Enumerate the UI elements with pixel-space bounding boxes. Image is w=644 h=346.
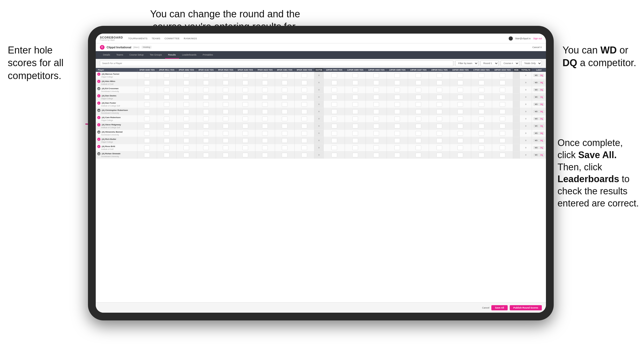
score-input-3-7[interactable] <box>262 95 268 99</box>
score-input-10-7[interactable] <box>262 145 268 150</box>
hole-2-input-cell[interactable] <box>157 130 176 137</box>
hole-14-input-cell[interactable] <box>408 137 429 144</box>
score-input-8-4[interactable] <box>203 131 209 136</box>
score-input-8-13[interactable] <box>394 131 400 136</box>
score-input-11-5[interactable] <box>223 153 228 157</box>
score-input-4-3[interactable] <box>183 102 189 107</box>
hole-9-input-cell[interactable] <box>294 137 314 144</box>
score-input-11-13[interactable] <box>394 153 400 157</box>
totals-toggle[interactable]: Totals Only All Holes <box>521 60 542 66</box>
hole-17-input-cell[interactable] <box>471 79 492 86</box>
hole-6-input-cell[interactable] <box>235 130 255 137</box>
hole-11-input-cell[interactable] <box>345 115 366 122</box>
hole-16-input-cell[interactable] <box>450 130 471 137</box>
score-input-10-16[interactable] <box>457 145 463 150</box>
score-input-9-7[interactable] <box>262 138 268 143</box>
hole-17-input-cell[interactable] <box>471 115 492 122</box>
hole-3-input-cell[interactable] <box>176 108 196 115</box>
hole-16-input-cell[interactable] <box>450 86 471 94</box>
score-input-3-15[interactable] <box>436 95 442 99</box>
hole-18-input-cell[interactable] <box>492 137 513 144</box>
score-input-5-5[interactable] <box>223 109 228 114</box>
score-input-0-1[interactable] <box>144 73 150 78</box>
score-input-2-17[interactable] <box>479 88 484 92</box>
hole-4-input-cell[interactable] <box>196 86 216 94</box>
score-input-7-9[interactable] <box>301 124 307 128</box>
hole-3-input-cell[interactable] <box>176 137 196 144</box>
hole-3-input-cell[interactable] <box>176 122 196 130</box>
score-input-1-13[interactable] <box>394 80 400 85</box>
hole-8-input-cell[interactable] <box>275 151 294 159</box>
hole-10-input-cell[interactable] <box>324 137 345 144</box>
score-input-5-7[interactable] <box>262 109 268 114</box>
hole-6-input-cell[interactable] <box>235 79 255 86</box>
tab-course-setup[interactable]: Course Setup <box>126 51 147 59</box>
score-input-3-16[interactable] <box>457 95 463 99</box>
score-input-7-3[interactable] <box>183 124 189 128</box>
score-input-11-1[interactable] <box>144 153 150 157</box>
dq-button[interactable]: DQ <box>539 81 544 84</box>
score-input-8-15[interactable] <box>436 131 442 136</box>
score-input-8-8[interactable] <box>282 131 287 136</box>
score-input-6-7[interactable] <box>262 117 268 121</box>
hole-1-input-cell[interactable] <box>137 101 157 108</box>
score-input-10-17[interactable] <box>479 145 484 150</box>
hole-8-input-cell[interactable] <box>275 122 294 130</box>
hole-1-input-cell[interactable] <box>137 130 157 137</box>
score-input-1-2[interactable] <box>164 80 169 85</box>
hole-18-input-cell[interactable] <box>492 94 513 101</box>
hole-11-input-cell[interactable] <box>345 79 366 86</box>
hole-16-input-cell[interactable] <box>450 144 471 151</box>
hole-3-input-cell[interactable] <box>176 144 196 151</box>
hole-14-input-cell[interactable] <box>408 151 429 159</box>
hole-10-input-cell[interactable] <box>324 130 345 137</box>
score-input-5-15[interactable] <box>436 109 442 114</box>
hole-16-input-cell[interactable] <box>450 122 471 130</box>
hole-5-input-cell[interactable] <box>216 137 235 144</box>
hole-9-input-cell[interactable] <box>294 130 314 137</box>
hole-14-input-cell[interactable] <box>408 122 429 130</box>
hole-4-input-cell[interactable] <box>196 101 216 108</box>
score-input-7-13[interactable] <box>394 124 400 128</box>
score-input-6-11[interactable] <box>352 117 358 121</box>
hole-16-input-cell[interactable] <box>450 79 471 86</box>
hole-10-input-cell[interactable] <box>324 122 345 130</box>
dq-button[interactable]: DQ <box>539 125 544 127</box>
score-input-9-3[interactable] <box>183 138 189 143</box>
score-input-1-17[interactable] <box>479 80 484 85</box>
score-input-9-1[interactable] <box>144 138 150 143</box>
score-input-9-12[interactable] <box>373 138 379 143</box>
hole-15-input-cell[interactable] <box>429 108 450 115</box>
score-input-1-16[interactable] <box>457 80 463 85</box>
hole-16-input-cell[interactable] <box>450 115 471 122</box>
hole-15-input-cell[interactable] <box>429 144 450 151</box>
score-input-3-5[interactable] <box>223 95 228 99</box>
hole-17-input-cell[interactable] <box>471 94 492 101</box>
hole-11-input-cell[interactable] <box>345 130 366 137</box>
hole-14-input-cell[interactable] <box>408 94 429 101</box>
hole-13-input-cell[interactable] <box>387 130 408 137</box>
score-input-10-1[interactable] <box>144 145 150 150</box>
hole-13-input-cell[interactable] <box>387 79 408 86</box>
score-input-10-10[interactable] <box>331 145 337 150</box>
hole-9-input-cell[interactable] <box>294 101 314 108</box>
score-input-1-9[interactable] <box>301 80 307 85</box>
hole-7-input-cell[interactable] <box>255 108 275 115</box>
nav-tournaments[interactable]: TOURNAMENTS <box>128 37 147 40</box>
hole-10-input-cell[interactable] <box>324 86 345 94</box>
hole-12-input-cell[interactable] <box>366 151 387 159</box>
score-input-9-8[interactable] <box>282 138 287 143</box>
hole-3-input-cell[interactable] <box>176 72 196 79</box>
hole-6-input-cell[interactable] <box>235 101 255 108</box>
score-input-8-12[interactable] <box>373 131 379 136</box>
hole-16-input-cell[interactable] <box>450 151 471 159</box>
hole-11-input-cell[interactable] <box>345 151 366 159</box>
score-input-1-4[interactable] <box>203 80 209 85</box>
dq-button[interactable]: DQ <box>539 88 544 91</box>
wd-button[interactable]: WD <box>534 103 539 106</box>
round-select[interactable]: Round 1 Round 2 Round 3 <box>480 60 499 66</box>
hole-12-input-cell[interactable] <box>366 144 387 151</box>
hole-3-input-cell[interactable] <box>176 115 196 122</box>
hole-14-input-cell[interactable] <box>408 72 429 79</box>
score-input-11-11[interactable] <box>352 153 358 157</box>
